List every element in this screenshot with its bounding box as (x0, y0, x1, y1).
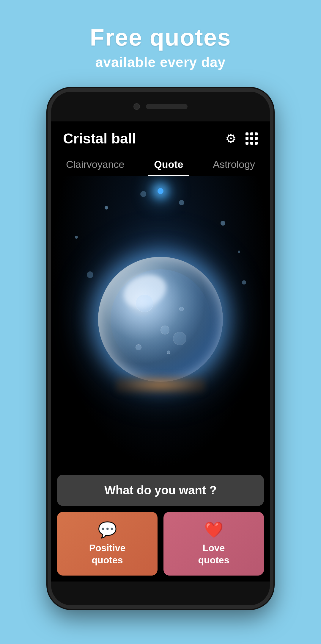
grid-dot (250, 142, 253, 145)
crystal-area (51, 176, 270, 469)
grid-dot (246, 132, 248, 135)
tab-quote[interactable]: Quote (148, 156, 189, 176)
grid-icon[interactable] (246, 132, 258, 145)
grid-dot (246, 137, 248, 140)
what-button[interactable]: What do you want ? (57, 475, 264, 506)
bubble (136, 344, 141, 350)
grid-dot (250, 132, 253, 135)
particle (87, 271, 93, 278)
promo-title: Free quotes (90, 24, 231, 51)
bubble (160, 326, 169, 334)
phone-top-bezel (51, 92, 270, 121)
app-bar: Cristal ball ⚙ (51, 121, 270, 153)
grid-dot (255, 137, 258, 140)
quote-buttons: 💬 Positivequotes ❤️ Lovequotes (57, 512, 264, 576)
ball-base (116, 376, 205, 394)
phone-camera (133, 103, 140, 110)
positive-quotes-label: Positivequotes (89, 542, 126, 567)
phone-screen: Cristal ball ⚙ Clairvoyance Quote (51, 121, 270, 582)
phone-speaker (146, 104, 188, 109)
speech-bubble-icon: 💬 (98, 521, 117, 539)
particle (221, 221, 225, 226)
particle (238, 251, 240, 253)
grid-dot (255, 132, 258, 135)
heart-icon: ❤️ (204, 521, 224, 539)
bubble (173, 332, 186, 345)
particle (140, 191, 146, 197)
tab-bar: Clairvoyance Quote Astrology (51, 153, 270, 176)
phone-bottom-bezel (51, 582, 270, 605)
crystal-ball-container[interactable] (98, 257, 223, 382)
grid-dot (246, 142, 248, 145)
particle (75, 236, 78, 239)
tab-astrology[interactable]: Astrology (207, 156, 261, 176)
positive-quotes-button[interactable]: 💬 Positivequotes (57, 512, 158, 576)
what-text: What do you want ? (104, 484, 217, 497)
gear-icon[interactable]: ⚙ (225, 131, 237, 146)
phone-frame: Cristal ball ⚙ Clairvoyance Quote (48, 88, 273, 609)
glow-top (158, 188, 163, 194)
promo-subtitle: available every day (90, 54, 231, 70)
app-bar-icons: ⚙ (225, 131, 258, 146)
particle (105, 206, 108, 210)
promo-header: Free quotes available every day (90, 0, 231, 88)
bubble (179, 307, 184, 311)
particle (242, 280, 246, 285)
tab-clairvoyance[interactable]: Clairvoyance (60, 156, 130, 176)
bottom-area: What do you want ? 💬 Positivequotes ❤️ L… (51, 469, 270, 582)
particle (179, 200, 184, 205)
love-quotes-label: Lovequotes (198, 542, 229, 567)
grid-dot (250, 137, 253, 140)
crystal-ball (98, 257, 223, 382)
love-quotes-button[interactable]: ❤️ Lovequotes (163, 512, 264, 576)
grid-dot (255, 142, 258, 145)
bubble (136, 294, 153, 312)
app-title: Cristal ball (63, 130, 136, 147)
bubble (167, 351, 170, 354)
